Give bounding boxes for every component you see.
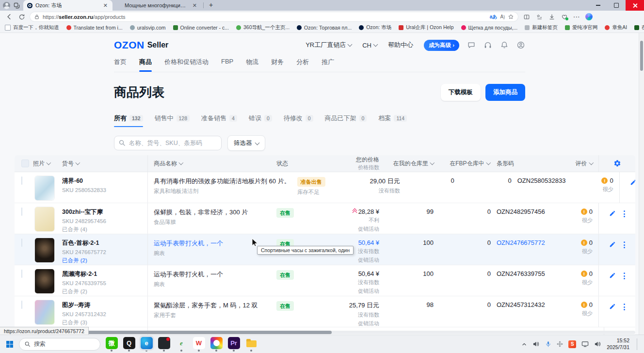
seller-nav-item[interactable]: 分析 [296,58,309,72]
new-tab-button[interactable]: + [205,0,217,11]
ozon-logo[interactable]: OZON [114,39,145,51]
product-filter-tab[interactable]: 所有 132 [114,114,143,127]
downloads-icon[interactable] [547,13,556,21]
bookmark-item[interactable]: uralsvip.com [130,25,166,31]
chat-icon[interactable] [467,41,476,49]
window-minimize-button[interactable] [589,0,607,11]
bookmark-item[interactable]: Ozon: 市场 [359,24,391,31]
split-screen-icon[interactable] [522,13,531,21]
seller-nav-item[interactable]: 物流 [246,58,258,72]
barcode-value[interactable]: OZN2482957456 [497,208,545,215]
bookmark-item[interactable]: 爱纯净官网 [565,24,598,31]
bell-icon[interactable] [500,41,509,49]
product-filter-tab[interactable]: 错误 0 [249,114,272,127]
taskbar-app-icon[interactable]: e [139,337,154,352]
vertical-scrollbar[interactable] [639,33,644,335]
header-stock[interactable]: 在我的仓库里 [380,160,435,168]
row-more-menu-icon[interactable] [624,210,625,217]
taskbar-app-icon[interactable] [156,337,172,352]
bookmark-item[interactable]: 360导航_一个主页... [236,24,290,31]
favorite-star-icon[interactable] [508,14,514,20]
bookmark-item[interactable]: Ozon: Торговая пл... [297,25,352,31]
product-price[interactable]: 28,28 ¥ [358,208,379,215]
browser-essentials-icon[interactable] [560,13,568,21]
header-fbp[interactable]: 在FBP仓库中 [435,160,492,168]
taskbar-search[interactable]: 搜索 [19,338,100,351]
seller-nav-item[interactable]: 商品 [139,58,152,72]
barcode-value[interactable]: OZN2476339755 [497,270,545,277]
filter-button[interactable]: 筛选器 [227,135,265,151]
more-menu-icon[interactable]: ··· [573,13,581,21]
taskbar-app-icon[interactable] [243,337,259,352]
merged-link[interactable]: 已合并 (4) [62,226,147,233]
volume-icon[interactable] [532,340,540,348]
help-center-link[interactable]: 帮助中心 [388,41,413,49]
language-selector[interactable]: CH [362,42,377,49]
row-checkbox[interactable] [21,176,22,185]
download-template-button[interactable]: 下载模板 [441,84,481,101]
product-price[interactable]: 29,00 日元 [370,177,400,186]
product-filter-tab[interactable]: 待修改 0 [284,114,313,127]
read-aloud-icon[interactable]: A) [500,14,505,19]
merged-link[interactable]: 已合并 (2) [62,257,147,264]
bookmark-item[interactable]: Online converter - c... [173,25,229,31]
account-icon[interactable] [516,41,525,49]
taskbar-app-icon[interactable]: e [174,337,189,352]
bookmark-item[interactable]: 章鱼AI [605,24,627,31]
address-bar[interactable]: https://seller.ozon.ru/app/products aあ A… [30,12,518,21]
barcode-value[interactable]: OZN2580532833 [517,177,566,184]
bookmark-item[interactable]: Translate text from i... [66,25,123,31]
product-thumbnail[interactable] [35,207,54,231]
bookmark-item[interactable]: Ural企库 | Ozon Help [399,24,453,31]
back-icon[interactable] [5,13,13,21]
taskbar-app-icon[interactable]: 微 [104,337,119,352]
product-price[interactable]: 50,64 ¥ [358,270,379,277]
sogou-input-icon[interactable]: S [568,340,576,348]
browser-tab[interactable]: Ozon: 市场 ✕ [23,0,113,11]
move-tool-icon[interactable] [557,341,563,347]
microphone-icon[interactable] [545,341,551,347]
edit-pencil-icon[interactable] [609,272,616,279]
bookmark-item[interactable]: 在线转换器 - 免费... [634,24,644,31]
row-more-menu-icon[interactable] [624,272,625,279]
header-name[interactable]: 商品名称 [147,155,274,172]
collections-icon[interactable] [535,13,543,21]
headset-icon[interactable] [483,41,492,49]
edit-pencil-icon[interactable] [609,210,616,217]
product-name-link[interactable]: 聚氨酯涂层，家务手套，M 码，12 双 [154,301,270,310]
row-more-menu-icon[interactable] [624,303,625,310]
product-thumbnail[interactable] [35,176,54,200]
row-checkbox[interactable] [21,270,22,278]
row-more-menu-icon[interactable] [624,241,625,248]
product-thumbnail[interactable] [35,238,54,262]
gear-icon[interactable] [613,160,621,167]
seller-nav-item[interactable]: 推广 [322,58,334,72]
seller-nav-item[interactable]: FBP [221,58,233,72]
product-price[interactable]: 25,79 日元 [349,301,379,310]
barcode-value[interactable]: OZN2457312432 [497,301,545,308]
seller-nav-item[interactable]: 价格和促销活动 [164,58,209,72]
merged-link[interactable]: 已合并 (3) [62,319,147,326]
speaker-icon[interactable] [594,340,601,348]
product-filter-tab[interactable]: 销售中 128 [155,114,190,127]
edit-pencil-icon[interactable] [609,303,616,310]
translate-icon[interactable]: aあ [490,14,498,20]
browser-tab[interactable]: Мощные многофункциональнь ✕ [113,0,202,11]
row-checkbox[interactable] [21,239,22,247]
merged-link[interactable]: 已合并 (2) [62,288,147,295]
browser-profile-icon[interactable] [3,2,10,9]
product-name-link[interactable]: 具有消毒作用的强效多功能清洁地板片剂 60 片。 [154,177,290,186]
taskbar-app-icon[interactable]: Q [121,337,137,352]
taskbar-clock[interactable]: 15:52 2025/7/31 [607,337,629,351]
copilot-icon[interactable] [585,13,593,20]
barcode-value[interactable]: OZN2476675772 [497,239,545,246]
add-product-button[interactable]: 添加商品 [485,84,525,101]
product-filter-tab[interactable]: 商品已下架 0 [325,114,367,127]
tray-chevron-up-icon[interactable] [521,341,527,347]
header-article[interactable]: 货号 [62,160,147,168]
edit-pencil-icon[interactable] [630,179,635,186]
taskbar-app-icon[interactable]: W [191,337,207,352]
header-rating[interactable]: 评价 [556,160,598,168]
seller-nav-item[interactable]: 财务 [271,58,284,72]
seller-nav-item[interactable]: 首页 [114,58,127,72]
